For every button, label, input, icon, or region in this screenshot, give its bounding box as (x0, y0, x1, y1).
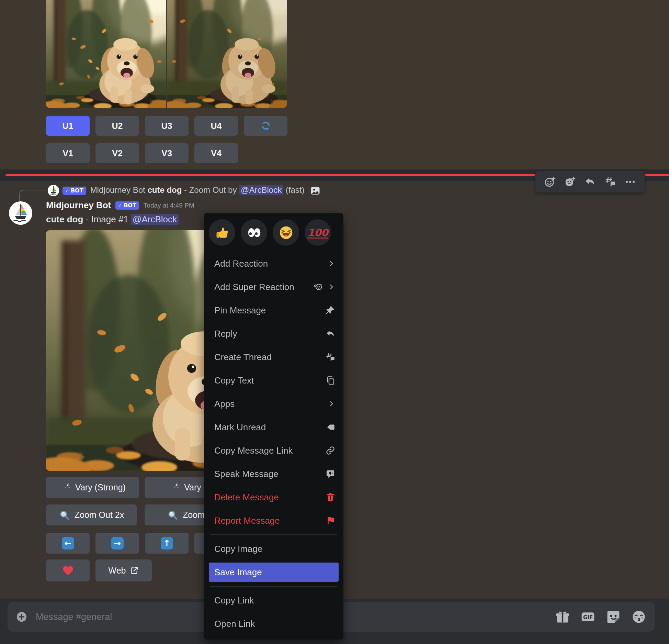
report-flag-icon (326, 516, 335, 525)
mention-pill[interactable]: @ArcBlock (131, 214, 179, 225)
upscale-button-u3[interactable]: U3 (145, 116, 189, 136)
username[interactable]: Midjourney Bot (46, 200, 111, 211)
menu-item-save-image[interactable]: Save Image (209, 563, 339, 582)
message-content: cute dog - Image #1 @ArcBlock (46, 214, 179, 225)
midjourney-grid-attachment[interactable] (46, 0, 287, 108)
menu-separator (210, 534, 337, 535)
button-label: V1 (63, 148, 73, 158)
quick-reactions-row: 100 (209, 219, 339, 246)
add-reaction-icon[interactable] (544, 176, 556, 188)
avatar[interactable] (48, 185, 59, 196)
menu-item-label: Report Message (214, 515, 280, 526)
heart-icon (62, 564, 74, 577)
arrow-right-icon: → (111, 537, 124, 549)
rerun-button[interactable] (244, 116, 287, 136)
menu-item-open-link[interactable]: Open Link (209, 614, 339, 633)
gift-icon[interactable] (555, 609, 570, 624)
reply-icon (326, 329, 335, 338)
menu-item-label: Copy Image (214, 544, 262, 554)
menu-item-copy-text[interactable]: Copy Text (209, 371, 339, 390)
verified-check-icon: ✓ (118, 203, 122, 208)
arrow-up-icon: ↑ (161, 537, 173, 549)
menu-item-apps[interactable]: Apps (209, 394, 339, 413)
menu-item-copy-image[interactable]: Copy Image (209, 539, 339, 558)
quick-reaction-laughing[interactable] (273, 219, 299, 246)
variation-button-v2[interactable]: V2 (95, 143, 139, 163)
button-label: Web (109, 566, 126, 576)
message-context-menu: 100 Add Reaction Add Super Reaction Pin … (204, 213, 343, 640)
quick-reaction-eyes[interactable] (241, 219, 267, 246)
variation-button-v4[interactable]: V4 (194, 143, 238, 163)
add-super-reaction-icon[interactable] (564, 176, 576, 188)
hundred-emoji: 100 (307, 227, 328, 238)
magnifier-icon (59, 509, 70, 521)
upscale-button-u1[interactable]: U1 (46, 116, 90, 136)
discord-app: U1 U2 U3 U4 V1 V2 V3 V4 ✓BOTMidjourney B… (0, 0, 669, 644)
reply-text: - Zoom Out by (182, 185, 239, 195)
menu-item-label: Add Reaction (214, 258, 268, 269)
menu-item-mark-unread[interactable]: Mark Unread (209, 418, 339, 437)
trash-icon (326, 492, 335, 502)
reply-icon[interactable] (584, 176, 596, 188)
menu-item-copy-message-link[interactable]: Copy Message Link (209, 441, 339, 460)
message-hover-toolbar (535, 171, 645, 193)
avatar[interactable] (9, 201, 32, 225)
button-label: V4 (211, 148, 222, 158)
menu-item-label: Delete Message (214, 492, 279, 503)
chevron-right-icon (328, 400, 335, 408)
grid-image-variant-1[interactable] (46, 0, 166, 108)
menu-item-label: Apps (214, 399, 235, 409)
quick-reaction-hundred[interactable]: 100 (305, 219, 331, 246)
menu-item-label: Speak Message (214, 469, 278, 479)
web-button[interactable]: Web (95, 559, 152, 581)
variation-button-v3[interactable]: V3 (145, 143, 189, 163)
reply-spine (19, 190, 47, 202)
gif-picker-icon[interactable]: GIF (580, 609, 596, 624)
thumbs-up-emoji (215, 225, 230, 240)
favorite-button[interactable] (46, 559, 90, 581)
sticker-icon[interactable] (606, 609, 621, 624)
external-link-icon (130, 566, 139, 575)
menu-item-reply[interactable]: Reply (209, 324, 339, 343)
menu-item-speak-message[interactable]: Speak Message (209, 464, 339, 484)
menu-item-add-super-reaction[interactable]: Add Super Reaction (209, 277, 339, 297)
bot-badge: ✓BOT (115, 201, 139, 210)
vary-strong-button[interactable]: Vary (Strong) (46, 477, 139, 498)
magic-wand-icon (168, 482, 180, 493)
pin-icon (326, 306, 335, 315)
reply-preview[interactable]: ✓BOTMidjourney Bot cute dog - Zoom Out b… (48, 184, 320, 197)
more-options-icon[interactable] (624, 176, 636, 188)
menu-item-add-reaction[interactable]: Add Reaction (209, 254, 339, 273)
zoom-out-2x-button[interactable]: Zoom Out 2x (46, 504, 137, 525)
reply-suffix: (fast) (283, 185, 307, 195)
upscale-button-u4[interactable]: U4 (194, 116, 238, 136)
image-attachment-icon (310, 186, 320, 196)
emoji-picker-icon[interactable] (631, 609, 646, 624)
button-label: V3 (161, 148, 172, 158)
mention-pill[interactable]: @ArcBlock (239, 185, 283, 195)
menu-item-label: Add Super Reaction (214, 282, 294, 292)
menu-item-pin-message[interactable]: Pin Message (209, 301, 339, 320)
pan-left-button[interactable]: ← (46, 533, 90, 554)
mark-unread-icon (326, 422, 335, 432)
button-label: U3 (161, 121, 172, 131)
button-label: Zoom Out 2x (75, 510, 124, 520)
menu-item-delete-message[interactable]: Delete Message (209, 488, 339, 507)
menu-item-label: Copy Message Link (214, 445, 293, 456)
menu-item-copy-link[interactable]: Copy Link (209, 591, 339, 610)
menu-item-label: Pin Message (214, 305, 266, 316)
upscale-button-u2[interactable]: U2 (95, 116, 139, 136)
variation-button-v1[interactable]: V1 (46, 143, 90, 163)
menu-item-report-message[interactable]: Report Message (209, 511, 339, 530)
pan-up-button[interactable]: ↑ (145, 533, 189, 554)
attach-plus-icon[interactable] (16, 611, 27, 623)
verified-check-icon: ✓ (65, 188, 69, 193)
menu-item-create-thread[interactable]: Create Thread (209, 347, 339, 367)
chevron-right-icon (328, 260, 335, 267)
svg-text:GIF: GIF (583, 614, 593, 621)
quick-reaction-thumbs-up[interactable] (209, 219, 235, 246)
grid-image-variant-2[interactable] (167, 0, 287, 108)
menu-item-label: Copy Link (214, 595, 254, 606)
create-thread-icon[interactable] (604, 176, 616, 188)
pan-right-button[interactable]: → (95, 533, 139, 554)
